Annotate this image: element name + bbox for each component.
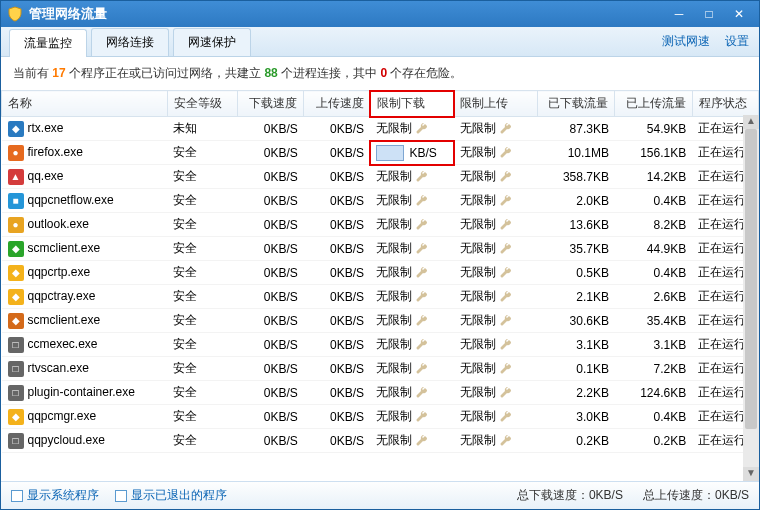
- wrench-icon[interactable]: [416, 195, 428, 207]
- limit-upload-cell[interactable]: 无限制: [454, 309, 538, 333]
- app-icon: ◆: [8, 409, 24, 425]
- limit-upload-cell[interactable]: 无限制: [454, 213, 538, 237]
- limit-download-value: 无限制: [376, 217, 412, 231]
- wrench-icon[interactable]: [416, 315, 428, 327]
- limit-download-cell[interactable]: 无限制: [370, 381, 454, 405]
- col-download[interactable]: 下载速度: [238, 91, 304, 117]
- col-state[interactable]: 程序状态: [692, 91, 758, 117]
- table-row[interactable]: ■qqpcnetflow.exe安全0KB/S0KB/S无限制无限制2.0KB0…: [2, 189, 759, 213]
- table-row[interactable]: ◆qqpctray.exe安全0KB/S0KB/S无限制无限制2.1KB2.6K…: [2, 285, 759, 309]
- wrench-icon[interactable]: [416, 411, 428, 423]
- col-uploaded[interactable]: 已上传流量: [615, 91, 692, 117]
- wrench-icon[interactable]: [416, 387, 428, 399]
- tab-traffic-monitor[interactable]: 流量监控: [9, 29, 87, 57]
- app-icon: ◆: [8, 121, 24, 137]
- limit-download-cell[interactable]: 无限制: [370, 357, 454, 381]
- wrench-icon[interactable]: [500, 243, 512, 255]
- wrench-icon[interactable]: [416, 219, 428, 231]
- wrench-icon[interactable]: [500, 315, 512, 327]
- app-icon: ◆: [8, 313, 24, 329]
- table-row[interactable]: □plugin-container.exe安全0KB/S0KB/S无限制无限制2…: [2, 381, 759, 405]
- limit-download-cell[interactable]: 无限制: [370, 117, 454, 141]
- wrench-icon[interactable]: [500, 267, 512, 279]
- limit-download-cell[interactable]: 无限制: [370, 213, 454, 237]
- limit-upload-cell[interactable]: 无限制: [454, 237, 538, 261]
- safety-level: 安全: [167, 429, 238, 453]
- limit-upload-cell[interactable]: 无限制: [454, 405, 538, 429]
- tab-speed-protect[interactable]: 网速保护: [173, 28, 251, 56]
- col-limit-download[interactable]: 限制下载: [370, 91, 454, 117]
- col-limit-upload[interactable]: 限制上传: [454, 91, 538, 117]
- show-exited-checkbox[interactable]: 显示已退出的程序: [115, 487, 227, 504]
- limit-download-cell[interactable]: 无限制: [370, 261, 454, 285]
- scroll-down-icon[interactable]: ▼: [743, 467, 759, 481]
- safety-level: 安全: [167, 165, 238, 189]
- settings-link[interactable]: 设置: [725, 34, 749, 48]
- limit-download-input[interactable]: [376, 145, 404, 161]
- limit-upload-cell[interactable]: 无限制: [454, 261, 538, 285]
- scroll-up-icon[interactable]: ▲: [743, 115, 759, 129]
- wrench-icon[interactable]: [416, 363, 428, 375]
- limit-download-cell[interactable]: KB/S: [370, 141, 454, 165]
- limit-download-value: 无限制: [376, 361, 412, 375]
- tab-network-conn[interactable]: 网络连接: [91, 28, 169, 56]
- table-row[interactable]: ◆scmclient.exe安全0KB/S0KB/S无限制无限制30.6KB35…: [2, 309, 759, 333]
- show-system-checkbox[interactable]: 显示系统程序: [11, 487, 99, 504]
- wrench-icon[interactable]: [500, 171, 512, 183]
- wrench-icon[interactable]: [500, 435, 512, 447]
- col-name[interactable]: 名称: [2, 91, 168, 117]
- limit-download-cell[interactable]: 无限制: [370, 309, 454, 333]
- wrench-icon[interactable]: [500, 123, 512, 135]
- wrench-icon[interactable]: [500, 219, 512, 231]
- maximize-button[interactable]: □: [695, 5, 723, 23]
- wrench-icon[interactable]: [500, 147, 512, 159]
- limit-upload-cell[interactable]: 无限制: [454, 381, 538, 405]
- limit-upload-cell[interactable]: 无限制: [454, 117, 538, 141]
- wrench-icon[interactable]: [500, 339, 512, 351]
- limit-download-cell[interactable]: 无限制: [370, 405, 454, 429]
- limit-download-cell[interactable]: 无限制: [370, 333, 454, 357]
- col-upload[interactable]: 上传速度: [304, 91, 370, 117]
- limit-upload-cell[interactable]: 无限制: [454, 141, 538, 165]
- minimize-button[interactable]: ─: [665, 5, 693, 23]
- limit-upload-cell[interactable]: 无限制: [454, 189, 538, 213]
- wrench-icon[interactable]: [416, 291, 428, 303]
- table-row[interactable]: ◆qqpcrtp.exe安全0KB/S0KB/S无限制无限制0.5KB0.4KB…: [2, 261, 759, 285]
- limit-upload-cell[interactable]: 无限制: [454, 429, 538, 453]
- wrench-icon[interactable]: [500, 363, 512, 375]
- wrench-icon[interactable]: [500, 291, 512, 303]
- limit-upload-cell[interactable]: 无限制: [454, 285, 538, 309]
- limit-download-cell[interactable]: 无限制: [370, 429, 454, 453]
- limit-download-cell[interactable]: 无限制: [370, 189, 454, 213]
- wrench-icon[interactable]: [416, 435, 428, 447]
- wrench-icon[interactable]: [416, 339, 428, 351]
- table-row[interactable]: □ccmexec.exe安全0KB/S0KB/S无限制无限制3.1KB3.1KB…: [2, 333, 759, 357]
- wrench-icon[interactable]: [500, 387, 512, 399]
- scroll-thumb[interactable]: [745, 129, 757, 429]
- limit-upload-cell[interactable]: 无限制: [454, 165, 538, 189]
- close-button[interactable]: ✕: [725, 5, 753, 23]
- speedtest-link[interactable]: 测试网速: [662, 34, 710, 48]
- limit-download-cell[interactable]: 无限制: [370, 237, 454, 261]
- table-row[interactable]: ●firefox.exe安全0KB/S0KB/S KB/S无限制10.1MB15…: [2, 141, 759, 165]
- table-row[interactable]: ◆qqpcmgr.exe安全0KB/S0KB/S无限制无限制3.0KB0.4KB…: [2, 405, 759, 429]
- wrench-icon[interactable]: [416, 171, 428, 183]
- wrench-icon[interactable]: [416, 267, 428, 279]
- table-row[interactable]: ▲qq.exe安全0KB/S0KB/S无限制无限制358.7KB14.2KB正在…: [2, 165, 759, 189]
- wrench-icon[interactable]: [416, 243, 428, 255]
- limit-download-cell[interactable]: 无限制: [370, 165, 454, 189]
- limit-download-cell[interactable]: 无限制: [370, 285, 454, 309]
- table-row[interactable]: ●outlook.exe安全0KB/S0KB/S无限制无限制13.6KB8.2K…: [2, 213, 759, 237]
- wrench-icon[interactable]: [500, 195, 512, 207]
- limit-upload-cell[interactable]: 无限制: [454, 333, 538, 357]
- table-row[interactable]: ◆scmclient.exe安全0KB/S0KB/S无限制无限制35.7KB44…: [2, 237, 759, 261]
- table-row[interactable]: □rtvscan.exe安全0KB/S0KB/S无限制无限制0.1KB7.2KB…: [2, 357, 759, 381]
- table-row[interactable]: ◆rtx.exe未知0KB/S0KB/S无限制无限制87.3KB54.9KB正在…: [2, 117, 759, 141]
- wrench-icon[interactable]: [416, 123, 428, 135]
- table-row[interactable]: □qqpycloud.exe安全0KB/S0KB/S无限制无限制0.2KB0.2…: [2, 429, 759, 453]
- wrench-icon[interactable]: [500, 411, 512, 423]
- limit-upload-cell[interactable]: 无限制: [454, 357, 538, 381]
- col-safety[interactable]: 安全等级: [167, 91, 238, 117]
- vertical-scrollbar[interactable]: ▲ ▼: [743, 115, 759, 481]
- col-downloaded[interactable]: 已下载流量: [538, 91, 615, 117]
